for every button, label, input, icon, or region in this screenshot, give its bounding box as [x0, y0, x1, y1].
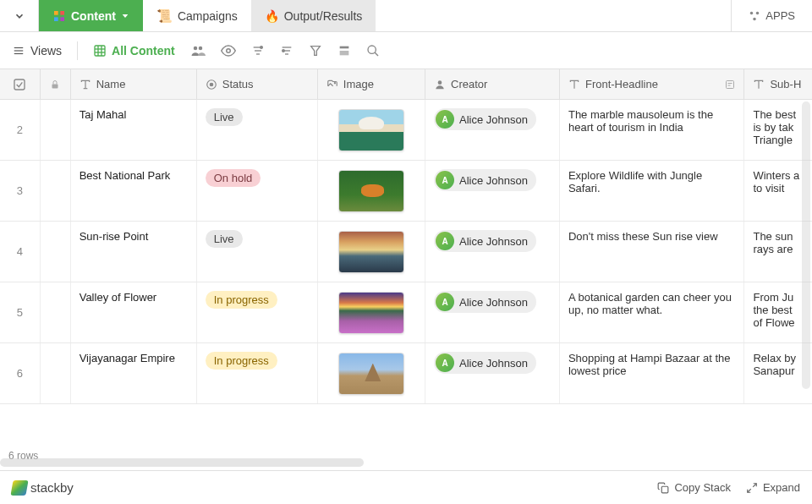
- brand-logo[interactable]: stackby: [12, 480, 74, 496]
- cell-front-headline[interactable]: Don't miss these Sun rise view: [560, 222, 745, 282]
- tab-output[interactable]: 🔥 Output/Results: [251, 0, 376, 31]
- row-lock-cell: [41, 222, 71, 282]
- cell-status[interactable]: Live: [197, 100, 318, 160]
- vertical-scrollbar[interactable]: [802, 101, 810, 389]
- svg-point-22: [260, 46, 262, 48]
- column-creator[interactable]: Creator: [425, 69, 560, 99]
- cell-front-headline[interactable]: Explore Wildlife with Jungle Safari.: [560, 161, 745, 221]
- tab-campaigns-label: Campaigns: [178, 9, 238, 23]
- expand-label: Expand: [763, 481, 800, 494]
- svg-point-26: [282, 49, 284, 52]
- svg-rect-33: [52, 84, 58, 88]
- tab-campaigns[interactable]: 📜 Campaigns: [143, 0, 251, 31]
- column-status-label: Status: [222, 78, 254, 90]
- cell-status[interactable]: In progress: [197, 282, 318, 342]
- table-row[interactable]: 4 Sun-rise Point Live AAlice Johnson Don…: [0, 222, 812, 282]
- column-image[interactable]: Image: [318, 69, 425, 99]
- tab-content[interactable]: Content: [39, 0, 143, 31]
- cell-name[interactable]: Valley of Flower: [71, 282, 197, 342]
- cell-status[interactable]: Live: [197, 222, 318, 282]
- copy-stack-label: Copy Stack: [674, 481, 730, 494]
- filter-2-icon[interactable]: [280, 44, 294, 58]
- row-lock-cell: [41, 343, 71, 403]
- image-thumbnail: [338, 109, 404, 151]
- apps-button[interactable]: APPS: [731, 0, 812, 31]
- svg-point-16: [194, 46, 198, 50]
- scroll-icon: 📜: [156, 8, 173, 24]
- svg-line-47: [748, 489, 751, 492]
- status-pill: In progress: [206, 352, 277, 370]
- svg-rect-2: [54, 17, 58, 21]
- cell-status[interactable]: On hold: [197, 161, 318, 221]
- image-thumbnail: [338, 231, 404, 273]
- column-front-headline[interactable]: Front-Headline: [560, 69, 745, 99]
- horizontal-scrollbar[interactable]: [0, 458, 364, 467]
- filter-1-icon[interactable]: [251, 44, 265, 58]
- column-checkbox[interactable]: [0, 69, 41, 99]
- cell-name[interactable]: Sun-rise Point: [71, 222, 197, 282]
- collapse-toggle[interactable]: [0, 0, 39, 31]
- row-number: 5: [0, 282, 41, 342]
- avatar-icon: A: [436, 110, 454, 129]
- table-row[interactable]: 5 Valley of Flower In progress AAlice Jo…: [0, 282, 812, 343]
- cell-image[interactable]: [318, 282, 425, 342]
- all-content-view[interactable]: All Content: [93, 44, 175, 58]
- creator-chip: AAlice Johnson: [434, 230, 536, 252]
- cell-front-headline[interactable]: Shopping at Hampi Bazaar at the lowest p…: [560, 343, 745, 403]
- column-name[interactable]: Name: [71, 69, 197, 99]
- cell-creator[interactable]: AAlice Johnson: [425, 100, 560, 160]
- table-row[interactable]: 6 Vijayanagar Empire In progress AAlice …: [0, 343, 812, 404]
- cell-creator[interactable]: AAlice Johnson: [425, 343, 560, 403]
- column-lock: [41, 69, 71, 99]
- svg-point-6: [756, 11, 760, 14]
- svg-rect-0: [54, 11, 58, 15]
- views-button[interactable]: Views: [12, 44, 62, 58]
- filter-3-icon[interactable]: [309, 44, 322, 58]
- cell-status[interactable]: In progress: [197, 343, 318, 403]
- image-thumbnail: [338, 292, 404, 334]
- all-content-label: All Content: [112, 44, 175, 58]
- cell-name[interactable]: Taj Mahal: [71, 100, 197, 160]
- cell-front-headline[interactable]: The marble mausoleum is the heart of tou…: [560, 100, 745, 160]
- expand-button[interactable]: Expand: [746, 481, 800, 494]
- collaborators-icon[interactable]: [190, 43, 206, 58]
- cell-front-headline[interactable]: A botanical garden can cheer you up, no …: [560, 282, 745, 342]
- cell-creator[interactable]: AAlice Johnson: [425, 222, 560, 282]
- status-pill: On hold: [206, 169, 261, 187]
- cell-creator[interactable]: AAlice Johnson: [425, 161, 560, 221]
- avatar-icon: A: [436, 232, 454, 250]
- cell-image[interactable]: [318, 343, 425, 403]
- column-sub-headline[interactable]: Sub-H: [744, 69, 812, 99]
- row-number: 2: [0, 100, 41, 160]
- column-name-label: Name: [96, 78, 126, 90]
- svg-point-39: [438, 80, 442, 85]
- cell-image[interactable]: [318, 161, 425, 221]
- svg-line-31: [375, 52, 378, 56]
- cell-name[interactable]: Vijayanagar Empire: [71, 343, 197, 403]
- row-number: 3: [0, 161, 41, 221]
- stackby-logo-icon: [10, 480, 28, 496]
- table-row[interactable]: 3 Best National Park On hold AAlice John…: [0, 161, 812, 222]
- visibility-icon[interactable]: [221, 43, 236, 58]
- creator-chip: AAlice Johnson: [434, 169, 536, 191]
- svg-rect-3: [60, 17, 64, 21]
- views-label: Views: [30, 44, 62, 58]
- avatar-icon: A: [436, 171, 454, 189]
- avatar-icon: A: [436, 293, 454, 311]
- row-lock-cell: [41, 161, 71, 221]
- cell-name[interactable]: Best National Park: [71, 161, 197, 221]
- svg-point-37: [210, 83, 213, 86]
- column-sub-label: Sub-H: [770, 78, 801, 90]
- row-height-icon[interactable]: [337, 44, 351, 58]
- status-pill: Live: [206, 108, 243, 126]
- tab-content-label: Content: [71, 9, 116, 23]
- cell-image[interactable]: [318, 100, 425, 160]
- search-icon[interactable]: [366, 44, 380, 58]
- column-status[interactable]: Status: [197, 69, 318, 99]
- cell-creator[interactable]: AAlice Johnson: [425, 282, 560, 342]
- status-pill: In progress: [206, 291, 277, 309]
- cell-image[interactable]: [318, 222, 425, 282]
- brand-label: stackby: [30, 480, 74, 495]
- table-row[interactable]: 2 Taj Mahal Live AAlice Johnson The marb…: [0, 100, 812, 161]
- copy-stack-button[interactable]: Copy Stack: [657, 481, 730, 494]
